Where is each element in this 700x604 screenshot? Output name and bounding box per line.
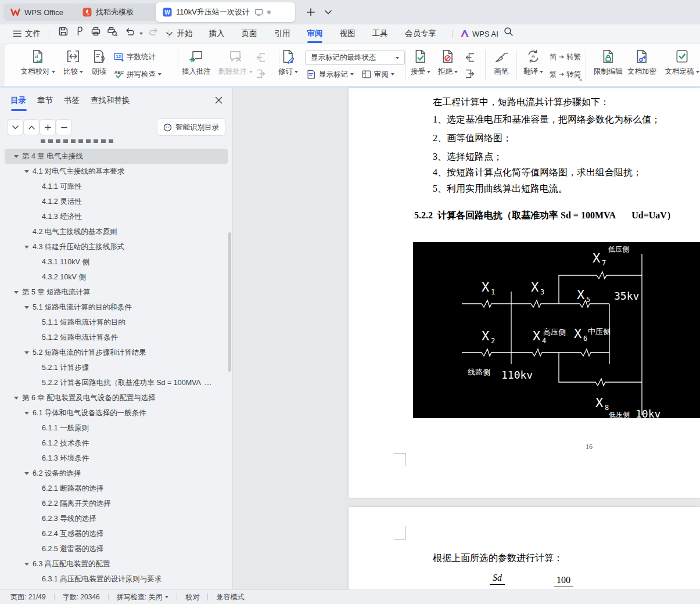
toc-expand-arrow-icon[interactable]	[24, 170, 33, 173]
doc-proofread-button[interactable]: a 文档校对	[17, 49, 58, 77]
menu-membership[interactable]: 会员专享	[401, 28, 440, 39]
tab-list-button[interactable]	[321, 5, 336, 19]
toc-expand-arrow-icon[interactable]	[24, 306, 33, 309]
toc-item[interactable]: 6.2.4 互感器的选择	[5, 526, 228, 541]
menu-review[interactable]: 审阅	[304, 28, 326, 39]
menu-home[interactable]: 开始	[174, 28, 196, 39]
toc-item[interactable]: 4.1 对电气主接线的基本要求	[5, 164, 228, 179]
status-proofread[interactable]: 校对	[185, 592, 199, 602]
next-change-button[interactable]	[464, 67, 476, 80]
spell-check-button[interactable]: ABC 拼写检查	[114, 69, 161, 80]
toc-item[interactable]: 4.3 待建升压站的主接线形式	[5, 239, 228, 254]
read-aloud-button[interactable]: 朗读	[86, 49, 113, 77]
menu-reference[interactable]: 引用	[271, 28, 294, 39]
toc-item[interactable]: 6.2.5 避雷器的选择	[5, 541, 228, 556]
toc-item[interactable]: 5.1 短路电流计算的目的和条件	[5, 300, 228, 315]
next-comment-button[interactable]	[254, 67, 267, 80]
review-pane-button[interactable]: 审阅	[361, 69, 394, 80]
show-markup-button[interactable]: 显示标记	[306, 69, 354, 80]
translate-button[interactable]: A 翻译	[519, 49, 548, 77]
menu-view[interactable]: 视图	[336, 28, 359, 39]
document-page-2[interactable]: 根据上面所选的参数进行计算： Sd 100	[349, 507, 700, 589]
pen-button[interactable]: 画笔	[487, 49, 516, 77]
toc-expand-arrow-icon[interactable]	[14, 291, 22, 294]
toc-expand-arrow-icon[interactable]	[14, 397, 22, 400]
save-button[interactable]	[56, 24, 71, 38]
toc-item[interactable]: 6.2.1 断路器的选择	[5, 481, 228, 496]
new-tab-button[interactable]	[303, 5, 318, 19]
toc-expand-arrow-icon[interactable]	[24, 351, 33, 354]
wps-ai-button[interactable]: WPS AI	[459, 24, 500, 43]
tab-document[interactable]: W 110kV升压站一次设计 说明书	[156, 2, 295, 22]
toc-item[interactable]: 6.3.1 高压配电装置的设计原则与要求	[5, 571, 228, 587]
previous-comment-button[interactable]	[254, 51, 267, 64]
toc-item[interactable]: 6.1.1 一般原则	[5, 420, 228, 436]
toc-item[interactable]: 6.2.3 导线的选择	[5, 511, 228, 526]
toc-item[interactable]: 6.1.2 技术条件	[5, 436, 228, 451]
toc-item[interactable]: 第 6 章 配电装置及电气设备的配置与选择	[5, 390, 228, 405]
previous-change-button[interactable]	[464, 51, 476, 64]
status-word-count[interactable]: 字数: 20346	[63, 592, 100, 602]
toc-expand-arrow-icon[interactable]	[14, 155, 22, 158]
print-button[interactable]	[88, 24, 103, 38]
tab-wps-home[interactable]: WPS Office	[3, 3, 85, 21]
toc-item[interactable]: 4.1.1 可靠性	[5, 179, 228, 194]
reject-icon	[440, 49, 455, 64]
toc-item[interactable]: 4.3.2 10kV 侧	[5, 269, 228, 285]
delete-comment-button[interactable]: 删除批注	[214, 49, 257, 77]
to-simplified-button[interactable]: 繁 转简	[550, 69, 581, 80]
toc-item[interactable]: 6.1.3 环境条件	[5, 451, 228, 466]
markup-state-select[interactable]: 显示标记的最终状态	[305, 51, 405, 65]
status-spellcheck-toggle[interactable]: 拼写检查: 关闭	[117, 592, 169, 602]
word-count-button[interactable]: 12 字数统计	[114, 51, 156, 63]
toc-item[interactable]: 4.1.2 灵活性	[5, 194, 228, 209]
file-menu[interactable]: 文件	[13, 28, 41, 39]
status-compatibility-mode[interactable]: 兼容模式	[216, 592, 244, 602]
insert-comment-button[interactable]: 插入批注	[176, 49, 217, 77]
export-pdf-button[interactable]	[72, 24, 87, 38]
toc-item[interactable]: 6.3 高压配电装置的配置	[5, 556, 228, 571]
document-page-1[interactable]: 在工程计算中，短路电流其计算步骤如下： 1、选定基准电压和基准容量，把网络参数化…	[349, 88, 700, 498]
svg-text:5: 5	[586, 296, 590, 304]
toc-item[interactable]: 4.3.1 110kV 侧	[5, 254, 228, 269]
menu-insert[interactable]: 插入	[206, 28, 228, 39]
redo-button[interactable]	[146, 24, 161, 38]
search-button[interactable]	[501, 24, 516, 38]
restrict-editing-button[interactable]: 限制编辑	[589, 49, 627, 77]
print-preview-button[interactable]	[105, 24, 120, 38]
toc-item[interactable]: 5.1.2 短路电流计算条件	[5, 330, 228, 345]
paragraph: 3、选择短路点；	[433, 151, 502, 163]
jian-icon: 简	[550, 52, 557, 62]
tab-docer[interactable]: 找稻壳模板	[76, 3, 158, 21]
encrypt-document-button[interactable]: 文档加密	[624, 49, 660, 77]
toc-item[interactable]: 4.2 电气主接线的基本原则	[5, 224, 228, 239]
toc-item[interactable]: 第 5 章 短路电流计算	[5, 285, 228, 300]
track-changes-button[interactable]: 修订	[274, 49, 303, 77]
toc-expand-arrow-icon[interactable]	[24, 246, 33, 249]
undo-button[interactable]	[122, 24, 137, 38]
compare-button[interactable]: 比较	[56, 49, 90, 77]
toc-expand-arrow-icon[interactable]	[24, 412, 33, 415]
toc-item[interactable]: 第 4 章 电气主接线	[5, 149, 228, 164]
reject-button[interactable]: 拒绝	[433, 49, 462, 77]
toc-item[interactable]: 5.2.1 计算步骤	[5, 360, 228, 375]
sidebar-scrollbar[interactable]	[228, 232, 231, 372]
dialog-launcher-icon[interactable]	[577, 77, 583, 82]
share-screen-icon[interactable]	[254, 9, 263, 16]
toc-item[interactable]: 4.1.3 经济性	[5, 209, 228, 224]
accept-button[interactable]: 接受	[406, 49, 435, 77]
undo-dropdown[interactable]	[138, 24, 145, 43]
toc-item[interactable]: 5.2 短路电流的计算步骤和计算结果	[5, 345, 228, 360]
toc-item[interactable]: 5.1.1 短路电流计算的目的	[5, 315, 228, 330]
menu-tools[interactable]: 工具	[369, 28, 392, 39]
finalize-document-button[interactable]: 文档定稿	[661, 49, 700, 77]
toc-item[interactable]: 6.1 导体和电气设备选择的一般条件	[5, 405, 228, 420]
equivalent-circuit-image[interactable]: X1 X2 X3 X4 X5 X6 X7 X8 35kv 110kv 10kv …	[413, 242, 700, 418]
menu-page[interactable]: 页面	[238, 28, 261, 39]
toc-expand-arrow-icon[interactable]	[24, 563, 33, 566]
toc-item[interactable]: 6.2 设备的选择	[5, 466, 228, 481]
toc-item[interactable]: 5.2.2 计算各回路电抗（取基准功率 Sd = 100MVA…	[5, 375, 228, 390]
toc-item[interactable]: 6.2.2 隔离开关的选择	[5, 496, 228, 511]
toc-expand-arrow-icon[interactable]	[24, 472, 33, 475]
to-traditional-button[interactable]: 简 转繁	[550, 51, 581, 63]
